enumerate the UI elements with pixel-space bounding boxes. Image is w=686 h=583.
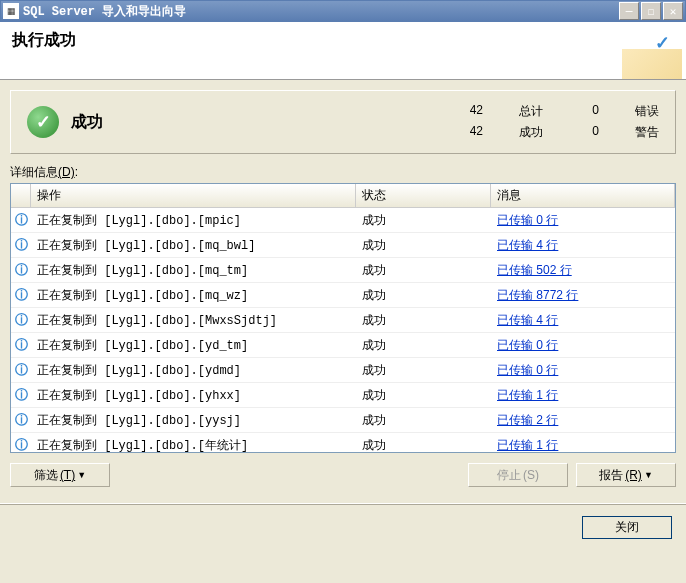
message-link[interactable]: 已传输 0 行 — [497, 213, 558, 227]
action-cell: 正在复制到 [Lygl].[dbo].[yhxx] — [31, 384, 356, 407]
close-button[interactable]: 关闭 — [582, 516, 672, 539]
action-cell: 正在复制到 [Lygl].[dbo].[mq_wz] — [31, 284, 356, 307]
table-row[interactable]: ⓘ正在复制到 [Lygl].[dbo].[MwxsSjdtj]成功已传输 4 行 — [11, 308, 675, 333]
table-row[interactable]: ⓘ正在复制到 [Lygl].[dbo].[mq_wz]成功已传输 8772 行 — [11, 283, 675, 308]
status-cell: 成功 — [356, 309, 491, 332]
message-link[interactable]: 已传输 1 行 — [497, 388, 558, 402]
message-link[interactable]: 已传输 502 行 — [497, 263, 572, 277]
message-link[interactable]: 已传输 8772 行 — [497, 288, 578, 302]
col-status-header[interactable]: 状态 — [356, 184, 491, 207]
action-cell: 正在复制到 [Lygl].[dbo].[mq_bwl] — [31, 234, 356, 257]
message-cell: 已传输 0 行 — [491, 209, 675, 232]
chevron-down-icon: ▼ — [644, 470, 653, 480]
table-row[interactable]: ⓘ正在复制到 [Lygl].[dbo].[yd_tm]成功已传输 0 行 — [11, 333, 675, 358]
message-cell: 已传输 4 行 — [491, 309, 675, 332]
warn-count: 0 — [579, 124, 599, 141]
action-cell: 正在复制到 [Lygl].[dbo].[年统计] — [31, 434, 356, 454]
page-title: 执行成功 — [12, 30, 674, 51]
table-row[interactable]: ⓘ正在复制到 [Lygl].[dbo].[mpic]成功已传输 0 行 — [11, 208, 675, 233]
error-label: 错误 — [635, 103, 659, 120]
info-icon: ⓘ — [11, 383, 31, 407]
status-cell: 成功 — [356, 259, 491, 282]
table-row[interactable]: ⓘ正在复制到 [Lygl].[dbo].[年统计]成功已传输 1 行 — [11, 433, 675, 453]
summary-stats: 42 总计 0 错误 42 成功 0 警告 — [463, 103, 659, 141]
col-action-header[interactable]: 操作 — [31, 184, 356, 207]
status-cell: 成功 — [356, 384, 491, 407]
close-window-button[interactable]: ✕ — [663, 2, 683, 20]
table-row[interactable]: ⓘ正在复制到 [Lygl].[dbo].[yysj]成功已传输 2 行 — [11, 408, 675, 433]
message-cell: 已传输 4 行 — [491, 234, 675, 257]
window-title: SQL Server 导入和导出向导 — [23, 3, 619, 20]
info-icon: ⓘ — [11, 308, 31, 332]
total-count: 42 — [463, 103, 483, 120]
status-cell: 成功 — [356, 284, 491, 307]
status-cell: 成功 — [356, 434, 491, 454]
total-label: 总计 — [519, 103, 543, 120]
filter-button[interactable]: 筛选(T) ▼ — [10, 463, 110, 487]
message-link[interactable]: 已传输 2 行 — [497, 413, 558, 427]
success-count: 42 — [463, 124, 483, 141]
message-link[interactable]: 已传输 1 行 — [497, 438, 558, 452]
action-cell: 正在复制到 [Lygl].[dbo].[mq_tm] — [31, 259, 356, 282]
message-link[interactable]: 已传输 4 行 — [497, 313, 558, 327]
info-icon: ⓘ — [11, 433, 31, 453]
header-decoration — [622, 49, 682, 79]
minimize-button[interactable]: ─ — [619, 2, 639, 20]
table-row[interactable]: ⓘ正在复制到 [Lygl].[dbo].[ydmd]成功已传输 0 行 — [11, 358, 675, 383]
col-message-header[interactable]: 消息 — [491, 184, 675, 207]
status-cell: 成功 — [356, 359, 491, 382]
action-cell: 正在复制到 [Lygl].[dbo].[yysj] — [31, 409, 356, 432]
message-link[interactable]: 已传输 0 行 — [497, 338, 558, 352]
message-cell: 已传输 1 行 — [491, 384, 675, 407]
info-icon: ⓘ — [11, 233, 31, 257]
col-icon-header[interactable] — [11, 184, 31, 207]
header: 执行成功 ✓ — [0, 22, 686, 80]
status-label: 成功 — [71, 112, 463, 133]
message-cell: 已传输 2 行 — [491, 409, 675, 432]
message-cell: 已传输 1 行 — [491, 434, 675, 454]
message-cell: 已传输 0 行 — [491, 334, 675, 357]
table-row[interactable]: ⓘ正在复制到 [Lygl].[dbo].[mq_bwl]成功已传输 4 行 — [11, 233, 675, 258]
info-icon: ⓘ — [11, 208, 31, 232]
status-cell: 成功 — [356, 409, 491, 432]
chevron-down-icon: ▼ — [77, 470, 86, 480]
status-cell: 成功 — [356, 234, 491, 257]
success-label: 成功 — [519, 124, 543, 141]
message-cell: 已传输 8772 行 — [491, 284, 675, 307]
warn-label: 警告 — [635, 124, 659, 141]
status-cell: 成功 — [356, 334, 491, 357]
titlebar: ▦ SQL Server 导入和导出向导 ─ ☐ ✕ — [0, 0, 686, 22]
info-icon: ⓘ — [11, 408, 31, 432]
table-row[interactable]: ⓘ正在复制到 [Lygl].[dbo].[mq_tm]成功已传输 502 行 — [11, 258, 675, 283]
details-grid: 操作 状态 消息 ⓘ正在复制到 [Lygl].[dbo].[mpic]成功已传输… — [10, 183, 676, 453]
table-row[interactable]: ⓘ正在复制到 [Lygl].[dbo].[yhxx]成功已传输 1 行 — [11, 383, 675, 408]
app-icon: ▦ — [3, 3, 19, 19]
footer: 关闭 — [0, 503, 686, 551]
message-cell: 已传输 0 行 — [491, 359, 675, 382]
error-count: 0 — [579, 103, 599, 120]
report-button[interactable]: 报告(R) ▼ — [576, 463, 676, 487]
message-link[interactable]: 已传输 4 行 — [497, 238, 558, 252]
stop-button: 停止(S) — [468, 463, 568, 487]
info-icon: ⓘ — [11, 358, 31, 382]
maximize-button[interactable]: ☐ — [641, 2, 661, 20]
action-cell: 正在复制到 [Lygl].[dbo].[MwxsSjdtj] — [31, 309, 356, 332]
info-icon: ⓘ — [11, 283, 31, 307]
action-cell: 正在复制到 [Lygl].[dbo].[mpic] — [31, 209, 356, 232]
message-link[interactable]: 已传输 0 行 — [497, 363, 558, 377]
status-cell: 成功 — [356, 209, 491, 232]
details-label: 详细信息(D): — [10, 164, 676, 181]
summary-panel: 成功 42 总计 0 错误 42 成功 0 警告 — [10, 90, 676, 154]
info-icon: ⓘ — [11, 333, 31, 357]
info-icon: ⓘ — [11, 258, 31, 282]
action-cell: 正在复制到 [Lygl].[dbo].[yd_tm] — [31, 334, 356, 357]
message-cell: 已传输 502 行 — [491, 259, 675, 282]
grid-header: 操作 状态 消息 — [11, 184, 675, 208]
success-icon — [27, 106, 59, 138]
action-cell: 正在复制到 [Lygl].[dbo].[ydmd] — [31, 359, 356, 382]
